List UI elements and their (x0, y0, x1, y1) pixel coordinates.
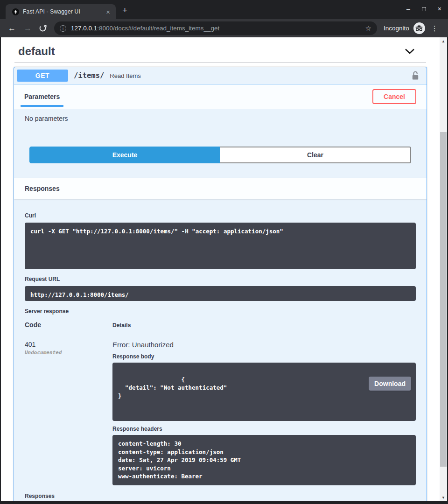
scroll-up-icon[interactable]: ▲ (440, 37, 447, 45)
response-body-block: { "detail": "Not authenticated" } Downlo… (112, 363, 416, 421)
window-maximize-button[interactable] (422, 5, 426, 13)
tab-title: Fast API - Swagger UI (23, 8, 104, 15)
server-response-table-header: Code Details (25, 321, 416, 333)
response-headers-label: Response headers (112, 426, 416, 432)
responses-section-header: Responses (14, 178, 427, 199)
url-path: :8000/docs#/default/read_items_items__ge… (97, 25, 219, 32)
details-column-header: Details (112, 322, 416, 329)
fastapi-favicon-icon (12, 8, 19, 15)
back-icon[interactable]: ← (8, 24, 16, 32)
parameters-tab-header: Parameters Cancel (14, 84, 427, 109)
server-response-row: 401 Undocumented Error: Unauthorized Res… (25, 333, 416, 485)
operation-path: /items/ (74, 71, 104, 80)
browser-menu-icon[interactable]: ⋮ (431, 24, 438, 33)
curl-label: Curl (25, 212, 416, 219)
window-controls: – × (406, 5, 441, 13)
window-close-button[interactable]: × (438, 5, 441, 13)
reload-icon[interactable] (39, 24, 47, 32)
section-divider (14, 62, 426, 63)
response-body-json: { "detail": "Not authenticated" } (118, 376, 227, 399)
opblock-get-items: GET /items/ Read Items Parameters (14, 67, 427, 501)
browser-toolbar: ← → i 127.0.0.1:8000/docs#/default/read_… (0, 19, 448, 37)
server-response-label: Server response (25, 308, 416, 315)
undocumented-note: Undocumented (25, 350, 112, 356)
tab-parameters[interactable]: Parameters (24, 84, 60, 109)
parameters-tab-label: Parameters (24, 93, 60, 100)
forward-icon[interactable]: → (24, 24, 32, 32)
url-text[interactable]: 127.0.0.1:8000/docs#/default/read_items_… (71, 25, 362, 32)
execute-wrapper: Execute Clear (14, 136, 427, 173)
status-code: 401 (25, 341, 112, 348)
site-info-icon[interactable]: i (60, 25, 66, 32)
operation-summary-text: Read Items (110, 72, 412, 79)
maximize-icon (422, 7, 426, 11)
execute-button[interactable]: Execute (29, 147, 220, 163)
response-body-label: Response body (112, 353, 416, 360)
cancel-button[interactable]: Cancel (372, 89, 416, 104)
swagger-ui: default GET /items/ Read Items (1, 37, 440, 501)
code-column-header: Code (25, 321, 112, 329)
auth-lock-button[interactable] (412, 71, 419, 80)
new-tab-button[interactable]: + (122, 5, 127, 15)
tag-section-title: default (18, 45, 55, 58)
address-bar[interactable]: i 127.0.0.1:8000/docs#/default/read_item… (54, 21, 377, 35)
http-method-badge[interactable]: GET (17, 70, 68, 82)
window-minimize-button[interactable]: – (406, 5, 410, 13)
active-tab-underline (21, 105, 63, 107)
operation-summary[interactable]: GET /items/ Read Items (14, 67, 427, 84)
bookmark-star-icon[interactable]: ☆ (365, 24, 371, 33)
scroll-down-icon[interactable]: ▼ (440, 494, 447, 501)
tab-close-icon[interactable]: × (104, 8, 112, 15)
download-button[interactable]: Download (369, 377, 411, 391)
clear-button[interactable]: Clear (220, 147, 411, 163)
request-url-label: Request URL (25, 276, 416, 282)
scrollbar-thumb[interactable] (440, 132, 447, 467)
browser-window: Fast API - Swagger UI × + – × ← → i 127.… (0, 0, 448, 504)
curl-command[interactable]: curl -X GET "http://127.0.0.1:8000/items… (25, 223, 416, 269)
browser-tab[interactable]: Fast API - Swagger UI × (6, 4, 116, 19)
incognito-label: Incognito (384, 25, 409, 32)
url-host: 127.0.0.1 (71, 25, 97, 32)
no-parameters-text: No parameters (14, 109, 427, 136)
page-viewport: default GET /items/ Read Items (1, 37, 447, 501)
page-scrollbar[interactable]: ▲ ▼ (440, 37, 447, 501)
collapse-chevron-icon[interactable] (405, 49, 415, 54)
responses-label: Responses (25, 493, 416, 499)
response-headers-block: content-length: 30 content-type: applica… (112, 435, 416, 485)
request-url-value: http://127.0.0.1:8000/items/ (25, 286, 416, 301)
incognito-icon (413, 22, 425, 34)
response-status-text: Error: Unauthorized (112, 341, 416, 349)
tab-strip: Fast API - Swagger UI × + – × (0, 0, 448, 19)
